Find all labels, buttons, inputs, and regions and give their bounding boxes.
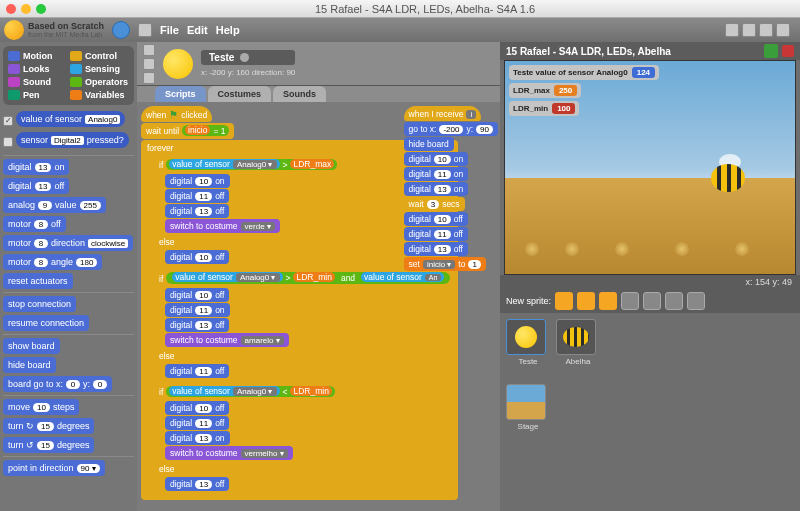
block-analog-value[interactable]: analog9value255 (3, 197, 106, 213)
tab-scripts[interactable]: Scripts (155, 86, 206, 102)
block-value-of-sensor[interactable]: value of sensorAnalog0 (16, 111, 125, 127)
center-pane: Teste x: -200 y: 160 direction: 90 Scrip… (137, 42, 500, 511)
window-titlebar: 15 Rafael - S4A LDR, LEDs, Abelha- S4A 1… (0, 0, 800, 18)
view-small-icon[interactable] (621, 292, 639, 310)
monitor-analog0[interactable]: Teste value of sensor Analog0124 (509, 65, 659, 80)
block-palette: Motion Control Looks Sensing Sound Opera… (0, 42, 137, 511)
green-flag-icon: ⚑ (169, 109, 178, 120)
block-stop-connection[interactable]: stop connection (3, 296, 76, 312)
category-motion[interactable]: Motion (8, 51, 67, 61)
monitor-ldr-max[interactable]: LDR_max250 (509, 83, 581, 98)
category-pen[interactable]: Pen (8, 90, 67, 100)
current-sprite-pos: x: -200 y: 160 direction: 90 (201, 68, 295, 77)
tab-costumes[interactable]: Costumes (208, 86, 272, 102)
block-show-board[interactable]: show board (3, 338, 60, 354)
view-large-icon[interactable] (665, 292, 683, 310)
brand-line2: from the MIT Media Lab (28, 31, 104, 38)
traffic-lights (6, 4, 46, 14)
script-stack-init[interactable]: when I receivei go to x:-200y:90 hide bo… (404, 106, 498, 272)
delete-tool-icon[interactable] (742, 23, 756, 37)
brand: Based on Scratch from the MIT Media Lab (4, 20, 104, 40)
lock-icon[interactable] (240, 53, 249, 62)
block-hide-board[interactable]: hide board (3, 357, 56, 373)
rotation-full-icon[interactable] (143, 44, 155, 56)
rotation-none-icon[interactable] (143, 72, 155, 84)
block-board-goto[interactable]: board go to x:0y:0 (3, 376, 112, 392)
toolbar-tools (725, 23, 790, 37)
duplicate-tool-icon[interactable] (725, 23, 739, 37)
stage-mouse-coords: x: 154 y: 49 (500, 275, 800, 289)
menubar: Based on Scratch from the MIT Media Lab … (0, 18, 800, 42)
edit-menu[interactable]: Edit (187, 24, 208, 36)
grow-tool-icon[interactable] (759, 23, 773, 37)
sprite-thumb-teste[interactable]: Teste (506, 319, 550, 366)
sprite-header: Teste x: -200 y: 160 direction: 90 (137, 42, 500, 86)
block-resume-connection[interactable]: resume connection (3, 315, 89, 331)
block-digital-on[interactable]: digital13on (3, 159, 69, 175)
app-logo-icon (4, 20, 24, 40)
script-area[interactable]: when⚑clicked wait untilinicio= 1 forever… (137, 102, 500, 511)
stage-canvas[interactable]: Teste value of sensor Analog0124 LDR_max… (504, 60, 796, 275)
current-sprite-icon (163, 49, 193, 79)
block-motor-direction[interactable]: motor8directionclockwise (3, 235, 133, 251)
block-point-direction[interactable]: point in direction90 ▾ (3, 460, 105, 476)
new-sprite-label: New sprite: (506, 296, 551, 306)
rotation-lr-icon[interactable] (143, 58, 155, 70)
new-sprite-toolbar: New sprite: (500, 289, 800, 313)
project-title: 15 Rafael - S4A LDR, LEDs, Abelha (506, 46, 671, 57)
minimize-window-button[interactable] (21, 4, 31, 14)
import-sprite-icon[interactable] (577, 292, 595, 310)
block-digital-off[interactable]: digital13off (3, 178, 69, 194)
tab-sounds[interactable]: Sounds (273, 86, 326, 102)
green-flag-button[interactable] (764, 44, 778, 58)
category-operators[interactable]: Operators (70, 77, 129, 87)
sprite-thumb-abelha[interactable]: Abelha (556, 319, 600, 366)
block-turn-left[interactable]: turn ↺15degrees (3, 437, 94, 453)
current-sprite-name[interactable]: Teste (209, 52, 234, 63)
paint-sprite-icon[interactable] (555, 292, 573, 310)
brand-line1: Based on Scratch (28, 22, 104, 31)
block-motor-angle[interactable]: motor8angle180 (3, 254, 102, 270)
save-icon[interactable] (138, 23, 152, 37)
reporter-checkbox-2[interactable] (3, 137, 13, 147)
close-window-button[interactable] (6, 4, 16, 14)
surprise-sprite-icon[interactable] (599, 292, 617, 310)
sprite-abelha[interactable] (705, 156, 755, 194)
category-sound[interactable]: Sound (8, 77, 67, 87)
window-title: 15 Rafael - S4A LDR, LEDs, Abelha- S4A 1… (56, 3, 794, 15)
category-variables[interactable]: Variables (70, 90, 129, 100)
language-icon[interactable] (112, 21, 130, 39)
view-medium-icon[interactable] (643, 292, 661, 310)
help-menu[interactable]: Help (216, 24, 240, 36)
stage-thumb[interactable]: Stage (506, 384, 550, 431)
block-turn-right[interactable]: turn ↻15degrees (3, 418, 94, 434)
category-sensing[interactable]: Sensing (70, 64, 129, 74)
block-move-steps[interactable]: move10steps (3, 399, 79, 415)
right-pane: 15 Rafael - S4A LDR, LEDs, Abelha Teste … (500, 42, 800, 511)
monitor-ldr-min[interactable]: LDR_min100 (509, 101, 579, 116)
reporter-checkbox[interactable]: ✓ (3, 116, 13, 126)
stop-button[interactable] (782, 45, 794, 57)
file-menu[interactable]: File (160, 24, 179, 36)
stage-header: 15 Rafael - S4A LDR, LEDs, Abelha (500, 42, 800, 60)
category-control[interactable]: Control (70, 51, 129, 61)
block-motor-off[interactable]: motor8off (3, 216, 66, 232)
palette-block-list: ✓ value of sensorAnalog0 sensorDigital2p… (3, 111, 134, 507)
block-sensor-pressed[interactable]: sensorDigital2pressed? (16, 132, 129, 148)
zoom-window-button[interactable] (36, 4, 46, 14)
shrink-tool-icon[interactable] (776, 23, 790, 37)
block-reset-actuators[interactable]: reset actuators (3, 273, 73, 289)
category-looks[interactable]: Looks (8, 64, 67, 74)
presentation-icon[interactable] (687, 292, 705, 310)
category-selector: Motion Control Looks Sensing Sound Opera… (3, 46, 134, 105)
sprite-list: Teste Abelha Stage (500, 313, 800, 511)
script-tabs: Scripts Costumes Sounds (137, 86, 500, 102)
